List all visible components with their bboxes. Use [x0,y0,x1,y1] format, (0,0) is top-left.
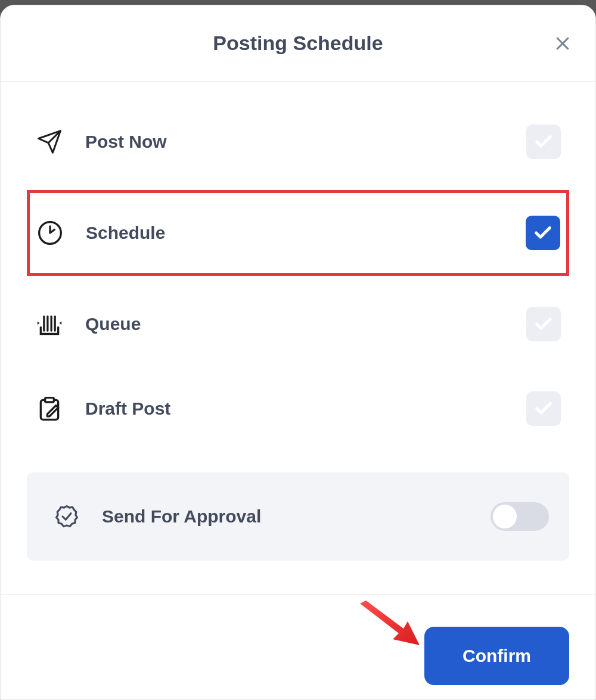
check-icon [533,132,554,152]
approval-toggle[interactable] [491,502,549,531]
check-icon [533,399,554,419]
option-label: Schedule [86,223,504,243]
checkbox-queue[interactable] [526,307,561,341]
confirm-button[interactable]: Confirm [424,627,569,685]
clipboard-edit-icon [35,394,64,423]
checkbox-post-now[interactable] [526,125,561,159]
approval-badge-icon [53,503,80,530]
approval-section: Send For Approval [27,472,569,561]
arrow-annotation [357,601,429,654]
modal-body: Post Now Schedule [1,82,595,594]
clock-icon [36,219,64,247]
close-icon [554,35,572,52]
paper-plane-icon [35,127,64,156]
option-draft[interactable]: Draft Post [27,366,569,451]
approval-label: Send For Approval [102,506,469,527]
svg-marker-8 [60,321,62,325]
option-schedule[interactable]: Schedule [27,190,569,276]
check-icon [533,223,553,243]
modal-header: Posting Schedule [1,5,595,82]
modal-footer: Confirm [1,594,595,699]
option-post-now[interactable]: Post Now [27,99,569,184]
close-button[interactable] [554,35,572,52]
option-label: Post Now [85,132,505,152]
posting-schedule-modal: Posting Schedule Post Now [0,5,596,700]
queue-icon [35,310,64,338]
checkbox-schedule[interactable] [526,216,560,250]
modal-title: Posting Schedule [213,32,383,55]
option-label: Queue [85,314,505,334]
svg-marker-7 [38,321,40,325]
svg-rect-9 [45,398,54,402]
check-icon [533,314,554,334]
option-queue[interactable]: Queue [27,282,569,366]
checkbox-draft[interactable] [526,391,561,426]
toggle-knob [493,505,517,528]
option-label: Draft Post [85,399,505,419]
